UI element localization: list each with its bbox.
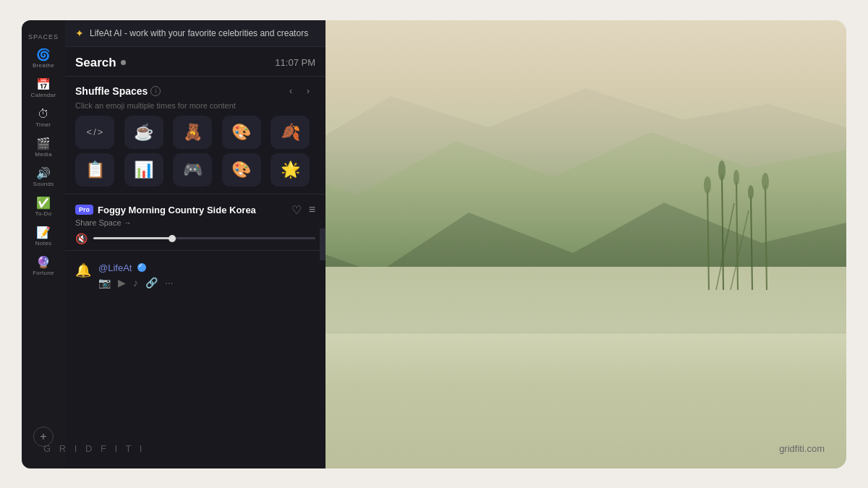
emoji-cell-art[interactable]: 🎨 bbox=[222, 116, 261, 149]
youtube-link[interactable]: ▶ bbox=[118, 277, 126, 288]
mute-button[interactable]: 🔇 bbox=[75, 233, 88, 244]
sidebar-breathe-label: Breathe bbox=[33, 62, 54, 69]
queue-button[interactable]: ≡ bbox=[309, 203, 315, 217]
sidebar-item-timer[interactable]: ⏱ Timer bbox=[25, 104, 61, 132]
svg-line-10 bbox=[765, 185, 767, 290]
svg-line-6 bbox=[716, 203, 734, 290]
emoji-cell-clipboard[interactable]: 📋 bbox=[75, 153, 114, 187]
svg-line-4 bbox=[736, 181, 738, 290]
svg-point-11 bbox=[762, 173, 769, 190]
collapse-arrow[interactable]: ‹ bbox=[320, 228, 326, 260]
shuffle-hint: Click an emoji multiple times for more c… bbox=[75, 101, 315, 110]
track-actions: ♡ ≡ bbox=[292, 203, 315, 217]
calendar-icon: 📅 bbox=[36, 79, 51, 90]
sidebar: Spaces 🌀 Breathe 📅 Calendar ⏱ Timer 🎬 Me… bbox=[22, 20, 65, 468]
app-panel: Spaces 🌀 Breathe 📅 Calendar ⏱ Timer 🎬 Me… bbox=[22, 20, 326, 468]
creator-handle-row: @LifeAt bbox=[98, 261, 315, 274]
verified-badge bbox=[137, 263, 146, 272]
breathe-icon: 🌀 bbox=[36, 49, 51, 61]
search-status-dot bbox=[121, 60, 126, 65]
sidebar-item-media[interactable]: 🎬 Media bbox=[25, 134, 61, 162]
info-icon[interactable]: i bbox=[150, 86, 161, 96]
creator-handle[interactable]: @LifeAt bbox=[98, 262, 132, 273]
creator-links: 📷 ▶ ♪ 🔗 ··· bbox=[98, 277, 315, 288]
creator-section: 🔔 @LifeAt 📷 ▶ ♪ 🔗 ··· bbox=[65, 250, 326, 299]
lifeat-banner[interactable]: ✦ LifeAt AI - work with your favorite ce… bbox=[65, 20, 326, 47]
page-wrapper: G R I D F I T I gridfiti.com Spaces 🌀 Br… bbox=[22, 20, 846, 468]
todo-icon: ✅ bbox=[36, 197, 51, 209]
search-header: Search 11:07 PM bbox=[65, 47, 326, 77]
brand-left: G R I D F I T I bbox=[43, 443, 145, 454]
emoji-cell-game[interactable]: 🎮 bbox=[173, 153, 212, 187]
reeds-decoration bbox=[694, 145, 781, 290]
svg-point-1 bbox=[704, 176, 711, 194]
svg-point-9 bbox=[748, 185, 754, 200]
svg-point-5 bbox=[733, 170, 739, 186]
bell-icon[interactable]: 🔔 bbox=[75, 262, 91, 278]
track-header: Pro Foggy Morning Country Side Korea ♡ ≡ bbox=[75, 203, 315, 217]
progress-knob[interactable] bbox=[169, 235, 176, 242]
sidebar-item-notes[interactable]: 📝 Notes bbox=[25, 223, 61, 251]
svg-point-3 bbox=[718, 160, 726, 181]
sidebar-fortune-label: Fortune bbox=[33, 270, 54, 276]
code-bracket-left: < bbox=[87, 127, 93, 137]
sidebar-item-sounds[interactable]: 🔊 Sounds bbox=[25, 163, 61, 192]
shuffle-title-row: Shuffle Spaces i bbox=[75, 85, 161, 97]
sidebar-item-fortune[interactable]: 🔮 Fortune bbox=[25, 252, 61, 281]
svg-line-2 bbox=[722, 174, 723, 290]
more-button[interactable]: ··· bbox=[165, 277, 174, 288]
spaces-label: Spaces bbox=[28, 33, 59, 40]
banner-text: LifeAt AI - work with your favorite cele… bbox=[90, 28, 308, 38]
brand-right: gridfiti.com bbox=[779, 443, 825, 454]
emoji-cell-autumn[interactable]: 🍂 bbox=[271, 116, 310, 149]
shuffle-header: Shuffle Spaces i ‹ › bbox=[75, 84, 315, 98]
player-row: 🔇 bbox=[75, 233, 315, 244]
creator-info: @LifeAt 📷 ▶ ♪ 🔗 ··· bbox=[98, 261, 315, 288]
share-space-link[interactable]: Share Space → bbox=[75, 218, 315, 227]
search-title[interactable]: Search bbox=[75, 56, 116, 70]
shuffle-nav: ‹ › bbox=[284, 84, 315, 98]
sidebar-notes-label: Notes bbox=[35, 240, 51, 247]
progress-fill bbox=[93, 237, 171, 239]
track-title: Foggy Morning Country Side Korea bbox=[98, 205, 256, 215]
sidebar-item-breathe[interactable]: 🌀 Breathe bbox=[25, 45, 61, 73]
progress-bar[interactable] bbox=[93, 237, 315, 239]
sidebar-item-todo[interactable]: ✅ To-Do bbox=[25, 193, 61, 221]
pro-badge: Pro bbox=[75, 205, 93, 215]
star-icon: ✦ bbox=[75, 27, 84, 39]
sidebar-sounds-label: Sounds bbox=[33, 181, 54, 187]
svg-line-7 bbox=[731, 210, 749, 290]
svg-line-8 bbox=[751, 196, 752, 290]
fortune-icon: 🔮 bbox=[36, 257, 51, 268]
shuffle-prev-button[interactable]: ‹ bbox=[284, 84, 298, 98]
search-time: 11:07 PM bbox=[275, 57, 315, 68]
shuffle-section: Shuffle Spaces i ‹ › Click an emoji mult… bbox=[65, 77, 326, 194]
timer-icon: ⏱ bbox=[38, 108, 49, 120]
heart-button[interactable]: ♡ bbox=[292, 203, 302, 217]
shuffle-title: Shuffle Spaces bbox=[75, 85, 148, 97]
sidebar-timer-label: Timer bbox=[35, 121, 51, 128]
sounds-icon: 🔊 bbox=[36, 168, 51, 179]
emoji-cell-coffee[interactable]: ☕ bbox=[124, 116, 163, 149]
sidebar-item-calendar[interactable]: 📅 Calendar bbox=[25, 74, 61, 103]
notes-icon: 📝 bbox=[36, 227, 51, 239]
emoji-cell-star[interactable]: 🌟 bbox=[271, 153, 310, 187]
search-left: Search bbox=[75, 56, 126, 70]
sidebar-todo-label: To-Do bbox=[35, 210, 52, 217]
sidebar-calendar-label: Calendar bbox=[31, 92, 56, 98]
instagram-link[interactable]: 📷 bbox=[98, 277, 111, 288]
track-section: Pro Foggy Morning Country Side Korea ♡ ≡… bbox=[65, 194, 326, 250]
shuffle-next-button[interactable]: › bbox=[301, 84, 315, 98]
external-link[interactable]: 🔗 bbox=[145, 277, 158, 288]
emoji-grid: </> ☕ 🧸 🎨 🍂 📋 📊 🎮 🎨 🌟 bbox=[75, 116, 315, 187]
emoji-cell-code[interactable]: </> bbox=[75, 116, 114, 149]
emoji-cell-chart[interactable]: 📊 bbox=[124, 153, 163, 187]
svg-line-0 bbox=[707, 189, 709, 290]
sidebar-media-label: Media bbox=[35, 151, 51, 158]
code-bracket-right: > bbox=[98, 127, 103, 137]
emoji-cell-bear[interactable]: 🧸 bbox=[173, 116, 212, 149]
tiktok-link[interactable]: ♪ bbox=[133, 277, 138, 288]
emoji-cell-palette[interactable]: 🎨 bbox=[222, 153, 261, 187]
code-slash: / bbox=[93, 127, 96, 137]
main-panel: ✦ LifeAt AI - work with your favorite ce… bbox=[65, 20, 326, 468]
